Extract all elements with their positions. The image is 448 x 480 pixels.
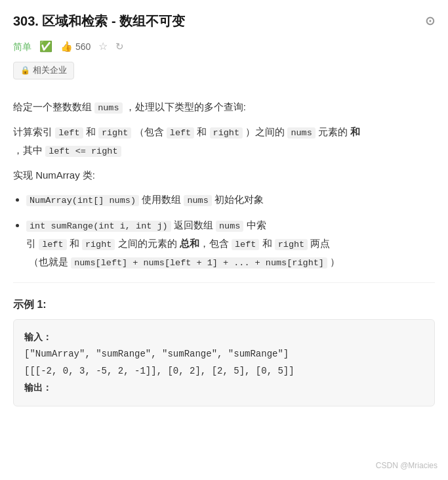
bullet-list: NumArray(int[] nums) 使用数组 nums 初始化对象 int… <box>26 190 435 271</box>
example-box: 输入： ["NumArray", "sumRange", "sumRange",… <box>13 319 435 406</box>
left-code-1: left <box>55 127 83 139</box>
sumrange-code: int sumRange(int i, int j) <box>26 221 171 232</box>
company-tag[interactable]: 🔒 相关企业 <box>13 62 74 79</box>
check-icon: ✅ <box>39 38 52 55</box>
left-lte-right-code: left <= right <box>45 146 121 157</box>
difficulty-tag[interactable]: 简单 <box>13 39 31 54</box>
left-code-3: left <box>39 239 66 250</box>
problem-title: 303. 区域和检索 - 数组不可变 <box>13 11 185 32</box>
example-output-label: 输出： <box>24 380 424 397</box>
implement-text: 实现 NumArray 类: <box>13 166 435 184</box>
nums-code-1: nums <box>94 102 122 114</box>
right-code-1: right <box>98 127 132 139</box>
description-2: 计算索引 left 和 right （包含 left 和 right ）之间的 … <box>13 123 435 160</box>
company-tag-area: 🔒 相关企业 <box>13 62 435 89</box>
lock-icon: 🔒 <box>20 64 30 77</box>
right-code-4: right <box>275 239 308 250</box>
title-row: 303. 区域和检索 - 数组不可变 ⊙ <box>13 11 435 32</box>
like-count: 560 <box>75 39 91 54</box>
nums-code-2: nums <box>287 127 315 139</box>
divider <box>13 282 435 283</box>
refresh-icon[interactable]: ↻ <box>115 39 124 55</box>
left-code-4: left <box>232 239 259 250</box>
input-label: 输入： <box>24 332 52 342</box>
thumbs-up-icon[interactable]: 👍 <box>60 39 73 55</box>
example-input-line2: [[[-2, 0, 3, -5, 2, -1]], [0, 2], [2, 5]… <box>24 363 424 380</box>
left-code-2: left <box>167 127 194 139</box>
meta-row: 简单 ✅ 👍 560 ☆ ↻ <box>13 38 435 55</box>
example-input-line1: ["NumArray", "sumRange", "sumRange", "su… <box>24 346 424 362</box>
total-sum-bold: 总和 <box>180 238 199 249</box>
example-input-label: 输入： <box>24 329 424 346</box>
numarray-constructor-code: NumArray(int[] nums) <box>26 195 139 206</box>
formula-code: nums[left] + nums[left + 1] + ... + nums… <box>71 257 327 269</box>
star-icon[interactable]: ☆ <box>98 38 108 55</box>
more-icon[interactable]: ⊙ <box>425 12 435 31</box>
csdn-watermark: CSDN @Mriacies <box>376 460 438 472</box>
nums-code-3: nums <box>184 195 211 206</box>
right-code-3: right <box>82 239 115 250</box>
output-label: 输出： <box>24 382 52 393</box>
bullet-item-2: int sumRange(int i, int j) 返回数组 nums 中索 … <box>26 216 435 272</box>
like-area: 👍 560 <box>60 39 91 55</box>
sum-bold: 和 <box>350 126 360 137</box>
bullet-item-1: NumArray(int[] nums) 使用数组 nums 初始化对象 <box>26 190 435 209</box>
example-section-title: 示例 1: <box>13 296 435 313</box>
description-1: 给定一个整数数组 nums ，处理以下类型的多个查询: <box>13 98 435 116</box>
right-code-2: right <box>210 127 243 139</box>
company-tag-label: 相关企业 <box>33 64 67 77</box>
nums-code-4: nums <box>216 221 243 232</box>
